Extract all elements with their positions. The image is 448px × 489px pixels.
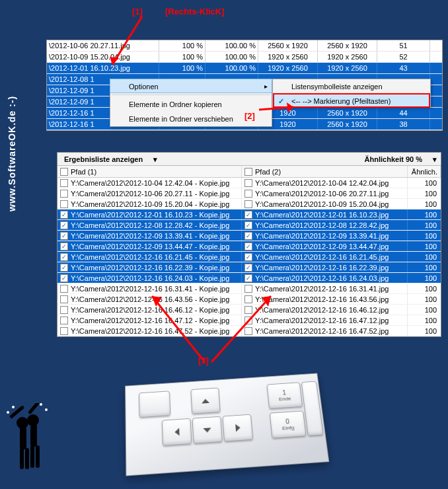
svg-rect-14 (30, 445, 34, 468)
checkbox-icon[interactable] (244, 264, 252, 272)
checkbox-icon[interactable] (60, 221, 68, 229)
checkbox-icon[interactable] (60, 243, 68, 250)
result-header: Ergebnisliste anzeigen ▾ Ähnlichkeit 90 … (57, 153, 441, 166)
annotation-3: [3] (198, 356, 209, 365)
checkbox-icon[interactable] (244, 179, 252, 187)
svg-marker-1 (110, 57, 119, 65)
key-arrow-down (192, 416, 223, 444)
list-item[interactable]: Y:\Camera\2012\2012-12-01 16.10.23 - Kop… (57, 209, 441, 220)
result-columns: Pfad (1) Pfad (2) Ähnlich. (57, 166, 441, 178)
ctx-separator (112, 94, 270, 95)
list-item[interactable]: Y:\Camera\2012\2012-12-16 16.24.03 - Kop… (57, 273, 441, 283)
checkbox-icon[interactable] (244, 274, 252, 282)
list-item[interactable]: Y:\Camera\2012\2012-12-16 16.21.45 - Kop… (57, 252, 441, 262)
svg-rect-10 (20, 427, 26, 449)
list-item[interactable]: Y:\Camera\2012\2012-12-09 13.39.41 - Kop… (57, 231, 441, 241)
checkbox-icon[interactable] (60, 253, 68, 261)
checkbox-icon[interactable] (60, 317, 68, 324)
svg-line-6 (211, 296, 271, 362)
checkbox-icon[interactable] (244, 221, 252, 229)
checkbox-icon[interactable] (60, 306, 68, 314)
dropdown-icon[interactable]: ▾ (429, 153, 441, 165)
checkbox-icon[interactable] (60, 264, 68, 272)
key-end: 1Ende (266, 382, 303, 409)
dropdown-icon[interactable]: ▾ (149, 153, 161, 165)
checkbox-icon[interactable] (60, 211, 68, 219)
svg-rect-17 (28, 403, 42, 414)
list-item[interactable]: Y:\Camera\2012\2012-10-09 15.20.04 - Kop… (57, 199, 441, 209)
svg-point-20 (40, 403, 42, 406)
arrow-1-icon (106, 13, 165, 73)
svg-rect-16 (9, 405, 24, 419)
annotation-1: [1] (132, 7, 143, 17)
list-item[interactable]: Y:\Camera\2012\2012-12-08 12.28.42 - Kop… (57, 220, 441, 231)
checkbox-icon[interactable] (244, 168, 252, 176)
svg-marker-3 (287, 102, 293, 112)
checkbox-icon[interactable] (60, 190, 68, 198)
arrow-2-icon (258, 100, 304, 120)
checkbox-icon[interactable] (244, 211, 252, 219)
brand-text: www.SoftwareOK.de :-) (7, 96, 17, 211)
ctx-copy-to-folder[interactable]: Elemente in Ordner kopieren (110, 97, 272, 112)
checkbox-icon[interactable] (244, 232, 252, 240)
svg-rect-15 (36, 445, 40, 468)
svg-rect-12 (20, 448, 24, 469)
checkbox-icon[interactable] (60, 327, 68, 335)
checkbox-icon[interactable] (244, 243, 252, 250)
checkbox-icon[interactable] (244, 190, 252, 198)
svg-line-0 (112, 17, 142, 65)
checkbox-icon[interactable] (60, 200, 68, 208)
arrow-3-icon (139, 291, 284, 370)
checkbox-icon[interactable] (60, 168, 68, 176)
checkbox-icon[interactable] (244, 253, 252, 261)
svg-point-18 (12, 406, 15, 408)
mascot-figure-icon (4, 403, 50, 476)
checkbox-icon[interactable] (60, 232, 68, 240)
checkbox-icon[interactable] (244, 200, 252, 208)
result-similarity-label[interactable]: Ähnlichkeit 90 % (358, 153, 429, 165)
svg-line-4 (152, 296, 205, 362)
svg-rect-13 (25, 448, 29, 469)
key-arrow-left (162, 418, 192, 446)
keyboard-illustration: 1Ende 0Einfg (125, 373, 329, 476)
checkbox-icon[interactable] (60, 179, 68, 187)
checkbox-icon[interactable] (60, 274, 68, 282)
list-item[interactable]: Y:\Camera\2012\2012-10-06 20.27.11 - Kop… (57, 188, 441, 199)
checkbox-icon[interactable] (60, 295, 68, 303)
svg-point-19 (7, 411, 9, 414)
key-arrow-right (222, 414, 253, 442)
col-path1[interactable]: Pfad (1) (57, 166, 242, 177)
svg-rect-11 (30, 424, 37, 447)
result-header-title[interactable]: Ergebnisliste anzeigen (57, 153, 149, 165)
key-generic (139, 391, 171, 418)
list-item[interactable]: Y:\Camera\2012\2012-10-04 12.42.04 - Kop… (57, 178, 441, 188)
svg-point-21 (45, 408, 48, 411)
col-similarity[interactable]: Ähnlich. (408, 166, 441, 177)
list-item[interactable]: Y:\Camera\2012\2012-12-16 16.22.39 - Kop… (57, 262, 441, 273)
annotation-2: [2] (244, 111, 255, 121)
ctx-options[interactable]: Optionen (110, 79, 272, 93)
key-insert: 0Einfg (270, 410, 307, 438)
ctx-show-list-toolbar[interactable]: Listensymbolleiste anzeigen (273, 79, 430, 94)
checkbox-icon[interactable] (60, 285, 68, 293)
annotation-1-label: [Rechts-KlicK] (165, 7, 225, 17)
key-arrow-up (190, 387, 221, 414)
col-path2[interactable]: Pfad (2) (242, 166, 408, 177)
list-item[interactable]: Y:\Camera\2012\2012-12-09 13.44.47 - Kop… (57, 241, 441, 252)
